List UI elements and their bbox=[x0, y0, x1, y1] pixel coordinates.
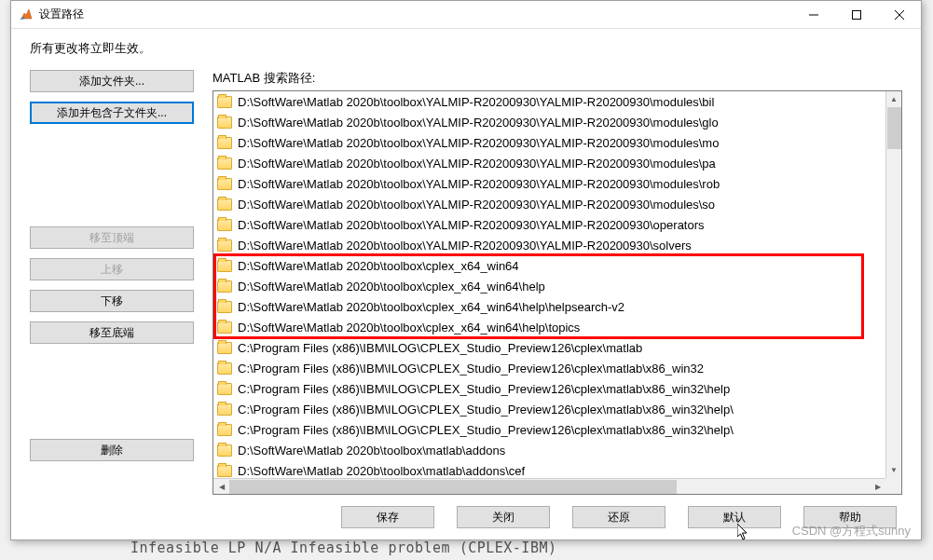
path-item[interactable]: D:\SoftWare\Matlab 2020b\toolbox\matlab\… bbox=[213, 460, 885, 478]
folder-icon bbox=[217, 116, 232, 129]
folder-icon bbox=[217, 383, 232, 395]
path-text: C:\Program Files (x86)\IBM\ILOG\CPLEX_St… bbox=[238, 341, 642, 355]
path-text: C:\Program Files (x86)\IBM\ILOG\CPLEX_St… bbox=[238, 423, 734, 437]
path-text: D:\SoftWare\Matlab 2020b\toolbox\YALMIP-… bbox=[238, 239, 692, 253]
path-text: D:\SoftWare\Matlab 2020b\toolbox\cplex_x… bbox=[238, 321, 580, 335]
folder-icon bbox=[217, 280, 232, 293]
folder-icon bbox=[217, 342, 232, 354]
path-text: C:\Program Files (x86)\IBM\ILOG\CPLEX_St… bbox=[238, 382, 730, 396]
folder-icon bbox=[217, 219, 232, 231]
close-button[interactable] bbox=[878, 1, 921, 28]
path-item[interactable]: C:\Program Files (x86)\IBM\ILOG\CPLEX_St… bbox=[213, 399, 885, 419]
maximize-button[interactable] bbox=[835, 1, 878, 28]
path-text: D:\SoftWare\Matlab 2020b\toolbox\matlab\… bbox=[238, 444, 505, 458]
path-text: D:\SoftWare\Matlab 2020b\toolbox\cplex_x… bbox=[238, 280, 545, 294]
path-text: D:\SoftWare\Matlab 2020b\toolbox\YALMIP-… bbox=[238, 95, 714, 109]
path-text: D:\SoftWare\Matlab 2020b\toolbox\YALMIP-… bbox=[238, 157, 716, 171]
move-down-button[interactable]: 下移 bbox=[30, 290, 194, 312]
path-item[interactable]: D:\SoftWare\Matlab 2020b\toolbox\cplex_x… bbox=[213, 276, 885, 296]
folder-icon bbox=[217, 465, 232, 477]
path-item[interactable]: C:\Program Files (x86)\IBM\ILOG\CPLEX_St… bbox=[213, 358, 885, 378]
folder-icon bbox=[217, 444, 232, 457]
folder-icon bbox=[217, 301, 232, 313]
folder-icon bbox=[217, 178, 232, 190]
path-text: D:\SoftWare\Matlab 2020b\toolbox\YALMIP-… bbox=[238, 198, 715, 212]
help-button[interactable]: 帮助 bbox=[803, 506, 897, 528]
titlebar: 设置路径 bbox=[11, 1, 921, 29]
save-button[interactable]: 保存 bbox=[341, 506, 434, 528]
folder-icon bbox=[217, 137, 232, 149]
move-top-button[interactable]: 移至顶端 bbox=[30, 226, 194, 249]
path-text: D:\SoftWare\Matlab 2020b\toolbox\cplex_x… bbox=[238, 300, 624, 314]
path-item[interactable]: C:\Program Files (x86)\IBM\ILOG\CPLEX_St… bbox=[213, 419, 885, 440]
scroll-up-button[interactable]: ▲ bbox=[886, 91, 901, 107]
path-list-label: MATLAB 搜索路径: bbox=[213, 70, 902, 87]
revert-button[interactable]: 还原 bbox=[572, 506, 665, 528]
dialog-footer: 保存 关闭 还原 默认 帮助 bbox=[30, 495, 902, 528]
folder-icon bbox=[217, 362, 232, 375]
path-text: D:\SoftWare\Matlab 2020b\toolbox\YALMIP-… bbox=[238, 136, 719, 150]
path-text: D:\SoftWare\Matlab 2020b\toolbox\matlab\… bbox=[238, 464, 525, 478]
scroll-thumb-h[interactable] bbox=[229, 480, 677, 494]
add-folder-button[interactable]: 添加文件夹... bbox=[30, 70, 194, 92]
path-item[interactable]: C:\Program Files (x86)\IBM\ILOG\CPLEX_St… bbox=[213, 337, 885, 358]
vertical-scrollbar[interactable]: ▲ ▼ bbox=[885, 91, 901, 478]
path-listbox[interactable]: D:\SoftWare\Matlab 2020b\toolbox\YALMIP-… bbox=[213, 90, 902, 495]
delete-button[interactable]: 删除 bbox=[30, 439, 194, 461]
scroll-right-button[interactable]: ▶ bbox=[870, 479, 885, 494]
path-text: D:\SoftWare\Matlab 2020b\toolbox\YALMIP-… bbox=[238, 177, 720, 191]
path-item[interactable]: D:\SoftWare\Matlab 2020b\toolbox\YALMIP-… bbox=[213, 194, 885, 214]
path-item[interactable]: D:\SoftWare\Matlab 2020b\toolbox\cplex_x… bbox=[213, 317, 885, 337]
path-item[interactable]: D:\SoftWare\Matlab 2020b\toolbox\cplex_x… bbox=[213, 296, 885, 317]
path-text: C:\Program Files (x86)\IBM\ILOG\CPLEX_St… bbox=[238, 403, 734, 417]
move-up-button[interactable]: 上移 bbox=[30, 258, 194, 280]
folder-icon bbox=[217, 157, 232, 170]
path-item[interactable]: D:\SoftWare\Matlab 2020b\toolbox\matlab\… bbox=[213, 440, 885, 460]
window-title: 设置路径 bbox=[39, 7, 792, 22]
scroll-down-button[interactable]: ▼ bbox=[886, 462, 901, 478]
folder-icon bbox=[217, 96, 232, 108]
set-path-dialog: 设置路径 所有更改将立即生效。 添加文件夹... 添加并包含子文件夹... 移至… bbox=[10, 0, 922, 540]
path-item[interactable]: D:\SoftWare\Matlab 2020b\toolbox\YALMIP-… bbox=[213, 173, 885, 194]
folder-icon bbox=[217, 424, 232, 436]
folder-icon bbox=[217, 260, 232, 272]
move-bottom-button[interactable]: 移至底端 bbox=[30, 321, 194, 344]
folder-icon bbox=[217, 239, 232, 252]
notice-text: 所有更改将立即生效。 bbox=[30, 40, 902, 57]
path-item[interactable]: D:\SoftWare\Matlab 2020b\toolbox\YALMIP-… bbox=[213, 235, 885, 255]
folder-icon bbox=[217, 321, 232, 334]
path-text: D:\SoftWare\Matlab 2020b\toolbox\YALMIP-… bbox=[238, 218, 705, 232]
scroll-corner bbox=[885, 478, 901, 494]
path-item[interactable]: C:\Program Files (x86)\IBM\ILOG\CPLEX_St… bbox=[213, 378, 885, 399]
matlab-icon bbox=[19, 7, 34, 22]
path-item[interactable]: D:\SoftWare\Matlab 2020b\toolbox\YALMIP-… bbox=[213, 91, 885, 112]
scroll-thumb-v[interactable] bbox=[887, 107, 901, 149]
horizontal-scrollbar[interactable]: ◀ ▶ bbox=[213, 478, 885, 494]
path-text: D:\SoftWare\Matlab 2020b\toolbox\YALMIP-… bbox=[238, 116, 719, 130]
scroll-left-button[interactable]: ◀ bbox=[213, 479, 229, 494]
background-console-text: Infeasible LP N/A Infeasible problem (CP… bbox=[130, 540, 556, 556]
svg-rect-1 bbox=[853, 10, 861, 19]
path-item[interactable]: D:\SoftWare\Matlab 2020b\toolbox\cplex_x… bbox=[213, 255, 885, 276]
add-with-subfolders-button[interactable]: 添加并包含子文件夹... bbox=[30, 102, 194, 124]
path-item[interactable]: D:\SoftWare\Matlab 2020b\toolbox\YALMIP-… bbox=[213, 132, 885, 153]
path-item[interactable]: D:\SoftWare\Matlab 2020b\toolbox\YALMIP-… bbox=[213, 112, 885, 132]
path-item[interactable]: D:\SoftWare\Matlab 2020b\toolbox\YALMIP-… bbox=[213, 153, 885, 173]
path-text: D:\SoftWare\Matlab 2020b\toolbox\cplex_x… bbox=[238, 259, 519, 273]
path-item[interactable]: D:\SoftWare\Matlab 2020b\toolbox\YALMIP-… bbox=[213, 214, 885, 235]
folder-icon bbox=[217, 198, 232, 211]
close-dialog-button[interactable]: 关闭 bbox=[457, 506, 550, 528]
folder-icon bbox=[217, 403, 232, 416]
default-button[interactable]: 默认 bbox=[688, 506, 781, 528]
left-button-column: 添加文件夹... 添加并包含子文件夹... 移至顶端 上移 下移 移至底端 删除 bbox=[30, 70, 194, 495]
path-text: C:\Program Files (x86)\IBM\ILOG\CPLEX_St… bbox=[238, 362, 704, 376]
minimize-button[interactable] bbox=[792, 1, 835, 28]
